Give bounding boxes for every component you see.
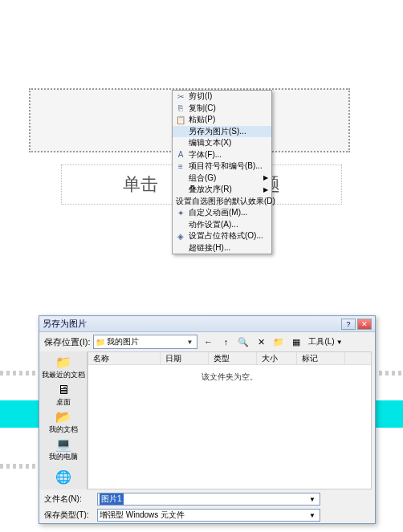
- menu-icon: ◈: [174, 230, 187, 242]
- place-item[interactable]: 💻我的电脑: [41, 437, 86, 462]
- chevron-down-icon: ▼: [336, 339, 343, 346]
- place-icon: 🌐: [55, 469, 71, 485]
- menu-item[interactable]: ≡项目符号和编号(B)...: [173, 160, 271, 173]
- filetype-label: 保存类型(T):: [44, 510, 94, 521]
- help-button[interactable]: ?: [341, 319, 356, 330]
- background-accent: [376, 400, 403, 428]
- menu-icon: ✂: [174, 91, 187, 102]
- menu-item[interactable]: ⎘复制(C): [173, 103, 271, 115]
- place-label: 我的电脑: [49, 452, 78, 462]
- menu-icon: [174, 137, 187, 148]
- menu-icon: [174, 219, 187, 230]
- column-header[interactable]: 标记: [297, 352, 345, 364]
- menu-item[interactable]: 编辑文本(X): [173, 137, 271, 149]
- dialog-title-text: 另存为图片: [43, 318, 341, 330]
- menu-icon: 📋: [174, 114, 187, 125]
- subtitle-text-left: 单击: [123, 173, 158, 197]
- place-item[interactable]: 🌐: [41, 464, 86, 489]
- menu-icon: [174, 126, 187, 137]
- close-button[interactable]: ✕: [357, 319, 372, 330]
- menu-label: 字体(F)...: [187, 149, 268, 160]
- folder-icon: 📁: [96, 338, 105, 347]
- empty-folder-text: 该文件夹为空。: [88, 365, 371, 489]
- file-list[interactable]: 名称日期类型大小标记 该文件夹为空。: [88, 351, 372, 489]
- column-header[interactable]: 大小: [257, 352, 297, 364]
- place-label: 桌面: [56, 397, 71, 408]
- submenu-arrow-icon: ▶: [263, 174, 268, 181]
- menu-item[interactable]: ✦自定义动画(M)...: [173, 207, 271, 219]
- menu-label: 复制(C): [187, 103, 268, 114]
- dialog-bottom: 文件名(N): 图片1 ▼ 保存类型(T): 增强型 Windows 元文件 ▼: [39, 489, 375, 525]
- menu-item[interactable]: 动作设置(A)...: [173, 219, 271, 231]
- places-bar: 📁我最近的文档🖥桌面📂我的文档💻我的电脑🌐: [39, 351, 88, 489]
- place-label: 我最近的文档: [42, 370, 85, 380]
- menu-item[interactable]: 📋粘贴(P): [173, 114, 271, 126]
- menu-label: 动作设置(A)...: [187, 219, 268, 230]
- menu-item[interactable]: 叠放次序(R)▶: [173, 184, 271, 196]
- menu-icon: [174, 184, 187, 195]
- menu-icon: ⎘: [174, 103, 187, 114]
- column-header[interactable]: 类型: [209, 352, 257, 364]
- filename-label: 文件名(N):: [44, 493, 94, 505]
- menu-icon: [174, 173, 187, 184]
- up-button[interactable]: ↑: [218, 335, 233, 349]
- location-combo[interactable]: 📁 我的图片 ▼: [93, 335, 197, 349]
- menu-label: 粘贴(P): [187, 114, 268, 125]
- menu-label: 项目符号和编号(B)...: [187, 160, 268, 172]
- dialog-titlebar[interactable]: 另存为图片 ? ✕: [39, 316, 375, 332]
- menu-label: 组合(G): [187, 173, 263, 184]
- menu-label: 叠放次序(R): [187, 184, 263, 195]
- place-icon: 📁: [55, 355, 71, 370]
- column-header[interactable]: 名称: [88, 352, 161, 364]
- list-header: 名称日期类型大小标记: [88, 352, 371, 365]
- place-icon: 📂: [55, 409, 71, 424]
- filename-input[interactable]: 图片1 ▼: [97, 493, 320, 506]
- views-button[interactable]: ▦: [289, 335, 303, 349]
- menu-item[interactable]: ✂剪切(I): [173, 91, 271, 103]
- menu-item[interactable]: ◈设置占位符格式(O)...: [173, 230, 271, 242]
- chevron-down-icon: ▼: [307, 512, 318, 519]
- menu-icon: [174, 242, 187, 254]
- search-button[interactable]: 🔍: [236, 335, 250, 349]
- menu-label: 超链接(H)...: [187, 242, 268, 254]
- chevron-down-icon: ▼: [184, 339, 195, 346]
- context-menu: ✂剪切(I)⎘复制(C)📋粘贴(P)另存为图片(S)...编辑文本(X)A字体(…: [172, 90, 272, 254]
- save-in-label: 保存位置(I):: [44, 336, 90, 348]
- menu-label: 编辑文本(X): [187, 137, 268, 148]
- background-stripe: [0, 464, 35, 469]
- place-icon: 🖥: [57, 383, 70, 397]
- menu-item[interactable]: 另存为图片(S)...: [173, 126, 271, 138]
- menu-item[interactable]: 设置自选图形的默认效果(D): [173, 196, 271, 208]
- filetype-combo[interactable]: 增强型 Windows 元文件 ▼: [97, 509, 320, 522]
- delete-button[interactable]: ✕: [254, 335, 268, 349]
- menu-item[interactable]: 超链接(H)...: [173, 242, 271, 254]
- menu-item[interactable]: 组合(G)▶: [173, 173, 271, 185]
- place-label: 我的文档: [49, 424, 78, 435]
- new-folder-button[interactable]: 📁: [271, 335, 286, 349]
- menu-icon: ≡: [174, 160, 187, 172]
- menu-label: 设置占位符格式(O)...: [187, 230, 268, 242]
- column-header[interactable]: 日期: [161, 352, 209, 364]
- background-accent: [0, 400, 39, 428]
- chevron-down-icon: ▼: [307, 496, 318, 503]
- menu-icon: A: [174, 149, 187, 160]
- menu-label: 设置自选图形的默认效果(D): [174, 196, 275, 207]
- menu-label: 自定义动画(M)...: [187, 207, 268, 218]
- back-button[interactable]: ←: [201, 335, 215, 349]
- menu-icon: ✦: [174, 207, 187, 218]
- menu-label: 剪切(I): [187, 91, 268, 102]
- location-value: 我的图片: [105, 336, 184, 347]
- save-as-picture-dialog: 另存为图片 ? ✕ 保存位置(I): 📁 我的图片 ▼ ← ↑ 🔍 ✕ 📁 ▦ …: [39, 315, 376, 524]
- menu-label: 另存为图片(S)...: [187, 126, 268, 137]
- menu-item[interactable]: A字体(F)...: [173, 149, 271, 161]
- dialog-toolbar: 保存位置(I): 📁 我的图片 ▼ ← ↑ 🔍 ✕ 📁 ▦ 工具(L) ▼: [39, 332, 375, 351]
- submenu-arrow-icon: ▶: [263, 186, 268, 193]
- tools-menu[interactable]: 工具(L) ▼: [307, 336, 344, 347]
- place-icon: 💻: [55, 437, 71, 452]
- place-item[interactable]: 📁我最近的文档: [41, 355, 86, 380]
- place-item[interactable]: 🖥桌面: [41, 382, 86, 408]
- place-item[interactable]: 📂我的文档: [41, 409, 86, 435]
